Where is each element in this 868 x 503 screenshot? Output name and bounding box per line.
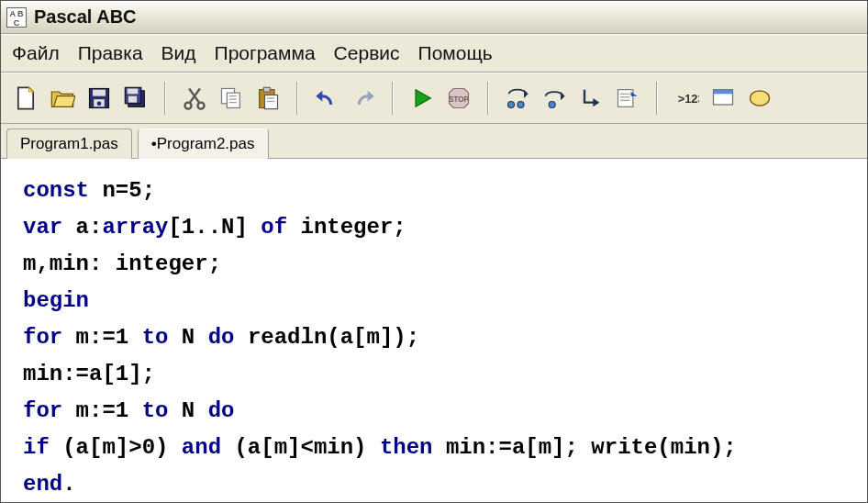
svg-point-9 [198, 103, 205, 109]
breakpoint-button[interactable] [612, 83, 643, 114]
window-button[interactable] [707, 83, 739, 114]
toolbar-separator [392, 82, 394, 115]
menu-help[interactable]: Помощь [418, 42, 493, 64]
menu-file[interactable]: Файл [12, 42, 60, 64]
code-line: for m:=1 to N do [23, 393, 845, 430]
menu-view[interactable]: Вид [161, 42, 196, 64]
svg-point-22 [508, 102, 515, 108]
app-title: Pascal ABC [34, 6, 137, 28]
svg-point-32 [751, 91, 770, 106]
open-file-button[interactable] [47, 83, 78, 114]
titlebar: A BC Pascal ABC [1, 1, 867, 34]
svg-rect-25 [618, 90, 633, 107]
output-button[interactable] [744, 83, 775, 114]
toolbar-separator [296, 82, 298, 115]
save-all-button[interactable] [120, 83, 151, 114]
code-editor[interactable]: const n=5;var a:array[1..N] of integer;m… [1, 159, 867, 502]
toolbar-separator [164, 82, 166, 115]
redo-button[interactable] [348, 83, 379, 114]
code-line: const n=5; [23, 173, 845, 209]
editor-tabbar: Program1.pas •Program2.pas [1, 124, 867, 159]
new-file-button[interactable] [10, 83, 41, 114]
app-icon: A BC [6, 7, 27, 28]
svg-rect-16 [263, 87, 270, 92]
svg-point-23 [517, 102, 524, 108]
step-out-button[interactable] [575, 83, 606, 114]
toolbar-separator [656, 82, 658, 115]
code-line: for m:=1 to N do readln(a[m]); [23, 319, 845, 356]
svg-point-8 [185, 103, 192, 109]
app-window: A BC Pascal ABC Файл Правка Вид Программ… [0, 0, 868, 503]
copy-button[interactable] [216, 83, 247, 114]
toolbar-separator [487, 82, 489, 115]
undo-button[interactable] [311, 83, 342, 114]
menubar: Файл Правка Вид Программа Сервис Помощь [1, 34, 867, 73]
watch-button[interactable]: >123 [671, 83, 702, 114]
code-line: m,min: integer; [23, 246, 845, 283]
menu-edit[interactable]: Правка [78, 42, 143, 64]
svg-rect-11 [227, 93, 239, 107]
svg-rect-7 [128, 96, 137, 103]
svg-point-3 [97, 102, 102, 106]
svg-point-24 [549, 102, 555, 108]
step-over-button[interactable] [539, 83, 570, 114]
save-button[interactable] [83, 83, 115, 114]
menu-program[interactable]: Программа [215, 42, 316, 64]
code-line: end. [23, 466, 845, 502]
step-into-button[interactable] [502, 83, 533, 114]
stop-button[interactable]: STOP [443, 83, 474, 114]
code-line: var a:array[1..N] of integer; [23, 209, 845, 246]
svg-rect-1 [93, 90, 106, 96]
svg-text:>123: >123 [678, 92, 699, 106]
code-line: begin [23, 283, 845, 319]
code-line: min:=a[1]; [23, 356, 845, 393]
svg-text:STOP: STOP [449, 95, 470, 104]
svg-rect-31 [714, 90, 733, 95]
run-button[interactable] [406, 83, 438, 114]
menu-service[interactable]: Сервис [334, 42, 400, 64]
editor-tab-1[interactable]: Program1.pas [6, 129, 132, 159]
svg-rect-6 [128, 89, 139, 95]
cut-button[interactable] [179, 83, 210, 114]
code-line: if (a[m]>0) and (a[m]<min) then min:=a[m… [23, 430, 845, 466]
editor-tab-2[interactable]: •Program2.pas [138, 129, 269, 159]
paste-button[interactable] [252, 83, 284, 114]
toolbar: STOP >123 [1, 73, 867, 124]
